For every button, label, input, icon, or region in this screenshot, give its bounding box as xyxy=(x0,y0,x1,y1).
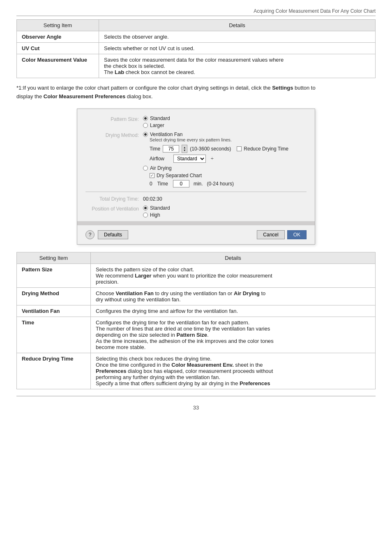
pattern-size-label: Pattern Size: xyxy=(85,116,143,122)
table-row: Observer Angle Selects the observer angl… xyxy=(17,31,376,43)
position-high[interactable]: High xyxy=(143,212,307,218)
table-row: Time Configures the drying time for the … xyxy=(17,317,376,353)
time-item: Time xyxy=(17,317,91,353)
dry-separated-chart-row[interactable]: Dry Separated Chart xyxy=(150,173,307,178)
time-details: Configures the drying time for the venti… xyxy=(91,317,376,353)
pattern-size-content: Standard Larger xyxy=(143,116,307,128)
pattern-size-standard-radio[interactable] xyxy=(143,116,148,121)
top-table-col1-header: Setting Item xyxy=(17,20,99,31)
color-measurement-value-details: Saves the color measurement data for the… xyxy=(99,54,376,78)
table-row: Ventilation Fan Configures the drying ti… xyxy=(17,305,376,317)
drying-method-item: Drying Method xyxy=(17,287,91,305)
help-icon: ? xyxy=(89,232,92,238)
time-input[interactable] xyxy=(163,145,179,153)
observer-angle-details: Selects the observer angle. xyxy=(99,31,376,43)
cancel-button[interactable]: Cancel xyxy=(257,230,284,239)
time-spinner[interactable]: ▲ ▼ xyxy=(182,145,187,153)
air-drying-option[interactable]: Air Drying xyxy=(143,165,307,171)
spin-up-icon[interactable]: ▲ xyxy=(183,146,186,149)
bottom-table-col2-header: Details xyxy=(91,252,376,264)
ventilation-fan-details: Configures the drying time and airflow f… xyxy=(91,305,376,317)
help-button[interactable]: ? xyxy=(85,230,95,239)
uv-cut-label: UV Cut xyxy=(17,43,99,54)
time-label: Time xyxy=(150,146,160,152)
pattern-size-larger-label: Larger xyxy=(150,123,164,128)
position-standard-radio[interactable] xyxy=(143,206,148,210)
position-radio-group: Standard High xyxy=(143,205,307,218)
page-header: Acquiring Color Measurement Data For Any… xyxy=(16,8,376,16)
reduce-drying-time-checkbox-row[interactable]: Reduce Drying Time xyxy=(237,146,288,152)
ok-button[interactable]: OK xyxy=(287,230,307,239)
time-range: (10-3600 seconds) xyxy=(190,146,231,152)
drying-method-content: Ventilation Fan Select drying time every… xyxy=(143,132,307,187)
observer-angle-label: Observer Angle xyxy=(17,31,99,43)
ventilation-fan-item: Ventilation Fan xyxy=(17,305,91,317)
total-drying-value: 00:02:30 xyxy=(143,196,162,202)
spin-down-icon[interactable]: ▼ xyxy=(183,149,186,152)
reduce-drying-time-checkbox[interactable] xyxy=(237,146,242,151)
page-bottom-border xyxy=(16,396,376,396)
position-ventilation-row: Position of Ventilation Standard High xyxy=(85,205,307,218)
reduce-drying-time-label: Reduce Drying Time xyxy=(244,146,288,152)
color-measurement-preferences-dialog: Pattern Size: Standard Larger Drying Met… xyxy=(77,109,315,245)
table-row: Drying Method Choose Ventilation Fan to … xyxy=(17,287,376,305)
sep-time-unit: min. xyxy=(194,181,203,187)
table-row: Reduce Drying Time Selecting this check … xyxy=(17,353,376,389)
top-table-col2-header: Details xyxy=(99,20,376,31)
ventilation-fan-sub-section: Select drying time every six pattern lin… xyxy=(150,137,307,163)
time-row: Time ▲ ▼ (10-3600 seconds) Reduce Drying… xyxy=(150,145,307,153)
airflow-spinner-icon: ÷ xyxy=(211,156,214,162)
dialog-footer: ? Defaults Cancel OK xyxy=(85,230,307,239)
pattern-size-larger-radio[interactable] xyxy=(143,123,148,128)
dialog-right-buttons: Cancel OK xyxy=(257,230,307,239)
reduce-drying-time-item: Reduce Drying Time xyxy=(17,353,91,389)
separated-time-row: 0 Time min. (0-24 hours) xyxy=(150,180,307,187)
page-title: Acquiring Color Measurement Data For Any… xyxy=(254,8,376,14)
ventilation-fan-label: Ventilation Fan xyxy=(150,132,182,137)
bottom-table-col1-header: Setting Item xyxy=(17,252,91,264)
air-drying-label: Air Drying xyxy=(150,165,172,171)
table-row: Pattern Size Selects the pattern size of… xyxy=(17,264,376,287)
sep-time-label2: Time xyxy=(157,181,168,187)
uv-cut-details: Selects whether or not UV cut is used. xyxy=(99,43,376,54)
airflow-label: Airflow xyxy=(150,156,170,162)
reduce-drying-time-details: Selecting this check box reduces the dry… xyxy=(91,353,376,389)
dry-separated-chart-label: Dry Separated Chart xyxy=(157,173,202,178)
pattern-size-item: Pattern Size xyxy=(17,264,91,287)
airflow-select[interactable]: Standard xyxy=(173,155,206,163)
sep-time-range2: (0-24 hours) xyxy=(207,181,234,187)
color-measurement-value-label: Color Measurement Value xyxy=(17,54,99,78)
table-row: UV Cut Selects whether or not UV cut is … xyxy=(17,43,376,54)
top-info-table: Setting Item Details Observer Angle Sele… xyxy=(16,19,376,78)
note-text: *1:If you want to enlarge the color char… xyxy=(16,84,376,101)
pattern-size-details: Selects the pattern size of the color ch… xyxy=(91,264,376,287)
sep-time-input[interactable] xyxy=(173,180,189,187)
position-standard[interactable]: Standard xyxy=(143,205,307,211)
pattern-size-radio-group: Standard Larger xyxy=(143,116,307,128)
bottom-info-table: Setting Item Details Pattern Size Select… xyxy=(16,252,376,389)
airflow-row: Airflow Standard ÷ xyxy=(150,155,307,163)
pattern-size-row: Pattern Size: Standard Larger xyxy=(85,116,307,128)
position-standard-label: Standard xyxy=(150,205,170,211)
position-ventilation-content: Standard High xyxy=(143,205,307,218)
air-drying-radio[interactable] xyxy=(143,166,148,171)
dry-separated-chart-checkbox[interactable] xyxy=(150,173,154,178)
ventilation-fan-option[interactable]: Ventilation Fan xyxy=(143,132,307,137)
ventfan-sub-text: Select drying time every six pattern lin… xyxy=(150,137,307,142)
drying-method-details: Choose Ventilation Fan to dry using the … xyxy=(91,287,376,305)
pattern-size-standard[interactable]: Standard xyxy=(143,116,307,121)
pattern-size-standard-label: Standard xyxy=(150,116,170,121)
drying-method-row: Drying Method: Ventilation Fan Select dr… xyxy=(85,132,307,187)
defaults-button[interactable]: Defaults xyxy=(98,230,128,239)
position-high-radio[interactable] xyxy=(143,213,148,217)
sep-time-val-0a: 0 xyxy=(150,181,152,187)
ventilation-fan-radio[interactable] xyxy=(143,132,148,137)
total-drying-time-row: Total Drying Time: 00:02:30 xyxy=(85,196,307,202)
pattern-size-larger[interactable]: Larger xyxy=(143,123,307,128)
position-high-label: High xyxy=(150,212,160,218)
drying-method-label: Drying Method: xyxy=(85,132,143,138)
page-number: 33 xyxy=(16,405,376,411)
position-ventilation-label: Position of Ventilation xyxy=(85,205,143,212)
dialog-separator xyxy=(85,192,307,192)
total-drying-label: Total Drying Time: xyxy=(85,196,143,202)
